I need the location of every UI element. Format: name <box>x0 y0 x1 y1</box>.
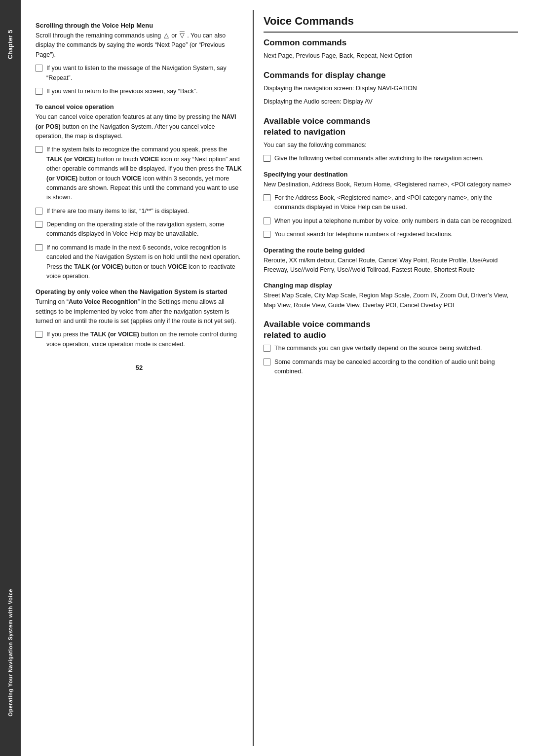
audio-bullet-text-1: The commands you can give verbally depen… <box>274 344 518 353</box>
navigation-intro: You can say the following commands: <box>264 141 518 150</box>
navigation-commands-title: Available voice commandsrelated to navig… <box>264 116 518 138</box>
operating-bullet-1: If you press the TALK (or VOICE) button … <box>36 330 243 349</box>
spec-bullet-3: You cannot search for telephone numbers … <box>264 230 518 239</box>
operating-title: Operating by only voice when the Navigat… <box>36 288 243 295</box>
common-commands-title: Common commands <box>264 37 518 48</box>
scroll-bullet-text-2: If you want to return to the previous sc… <box>46 87 243 96</box>
cancel-bullet-text-3: Depending on the operating state of the … <box>46 220 243 239</box>
down-arrow-icon: ▽ <box>180 31 185 40</box>
display-change-line2: Displaying the Audio screen: Display AV <box>264 97 518 107</box>
cancel-bullet-icon-4 <box>36 244 42 251</box>
spec-bullet-1: For the Address Book, <Registered name>,… <box>264 193 518 213</box>
navi-bold: NAVI (or POS) <box>36 113 236 130</box>
common-commands-list: Next Page, Previous Page, Back, Repeat, … <box>264 51 518 61</box>
navigation-commands-section: Available voice commandsrelated to navig… <box>264 116 518 310</box>
display-change-line1: Displaying the navigation screen: Displa… <box>264 84 518 93</box>
audio-bullets: The commands you can give verbally depen… <box>264 344 518 376</box>
audio-bullet-2: Some commands may be canceled according … <box>264 358 518 377</box>
cancel-bullet-2: If there are too many items to list, “1/… <box>36 207 243 216</box>
voice-commands-title: Voice Commands <box>264 15 518 28</box>
display-change-section: Commands for display change Displaying t… <box>264 70 518 107</box>
cancel-section: To cancel voice operation You can cancel… <box>36 103 243 281</box>
spec-bullet-text-1: For the Address Book, <Registered name>,… <box>274 193 518 213</box>
nav-bullet-icon-1 <box>264 155 270 162</box>
scroll-or: or <box>171 32 177 39</box>
operating-bullet-icon-1 <box>36 331 42 338</box>
specifying-title: Specifying your destination <box>264 171 518 178</box>
scroll-bullet-text-1: If you want to listen to the message of … <box>46 64 243 83</box>
operating-route-section: Operating the route being guided Reroute… <box>264 247 518 275</box>
specifying-commands: New Destination, Address Book, Return Ho… <box>264 180 518 189</box>
specifying-bullets: For the Address Book, <Registered name>,… <box>264 193 518 240</box>
bullet-icon-2 <box>36 88 42 95</box>
operating-section: Operating by only voice when the Navigat… <box>36 288 243 349</box>
cancel-bullet-1: If the system fails to recognize the com… <box>36 145 243 202</box>
changing-map-title: Changing map display <box>264 282 518 289</box>
spec-bullet-text-3: You cannot search for telephone numbers … <box>274 230 518 239</box>
cancel-bullet-icon-2 <box>36 208 42 215</box>
scrolling-section: Scrolling through the Voice Help Menu Sc… <box>36 22 243 96</box>
audio-bullet-icon-1 <box>264 345 270 352</box>
scroll-bullet-2: If you want to return to the previous sc… <box>36 87 243 96</box>
nav-bullet-text-1: Give the following verbal commands after… <box>274 154 518 163</box>
audio-bullet-1: The commands you can give verbally depen… <box>264 344 518 353</box>
operating-route-commands: Reroute, XX mi/km detour, Cancel Route, … <box>264 256 518 275</box>
sidebar: Chapter 5 Operating Your Navigation Syst… <box>0 0 21 756</box>
page-number-area: 52 <box>36 364 243 374</box>
cancel-bullet-icon-3 <box>36 221 42 228</box>
main-content: Scrolling through the Voice Help Menu Sc… <box>21 0 533 756</box>
cancel-bullet-4: If no command is made in the next 6 seco… <box>36 243 243 282</box>
cancel-bullet-text-4: If no command is made in the next 6 seco… <box>46 243 243 282</box>
audio-bullet-icon-2 <box>264 359 270 365</box>
cancel-bullet-text-2: If there are too many items to list, “1/… <box>46 207 243 216</box>
common-commands-section: Common commands Next Page, Previous Page… <box>264 37 518 61</box>
title-divider <box>264 32 518 33</box>
scroll-text1: Scroll through the remaining commands us… <box>36 32 161 39</box>
changing-map-section: Changing map display Street Map Scale, C… <box>264 282 518 310</box>
changing-map-commands: Street Map Scale, City Map Scale, Region… <box>264 291 518 310</box>
cancel-bullets: If the system fails to recognize the com… <box>36 145 243 281</box>
navigation-bullets: Give the following verbal commands after… <box>264 154 518 163</box>
up-arrow-icon: △ <box>164 31 169 40</box>
sidebar-operating-label: Operating Your Navigation System with Vo… <box>7 589 13 717</box>
cancel-bullet-3: Depending on the operating state of the … <box>36 220 243 239</box>
operating-route-title: Operating the route being guided <box>264 247 518 254</box>
chapter-label: Chapter 5 <box>7 30 14 59</box>
cancel-bullet-text-1: If the system fails to recognize the com… <box>46 145 243 202</box>
scroll-bullet-1: If you want to listen to the message of … <box>36 64 243 83</box>
left-column: Scrolling through the Voice Help Menu Sc… <box>21 10 253 746</box>
spec-bullet-icon-2 <box>264 217 270 224</box>
operating-bullet-text-1: If you press the TALK (or VOICE) button … <box>46 330 243 349</box>
audio-commands-section: Available voice commandsrelated to audio… <box>264 319 518 376</box>
page-container: Chapter 5 Operating Your Navigation Syst… <box>0 0 533 756</box>
bullet-icon-1 <box>36 65 42 72</box>
audio-commands-title: Available voice commandsrelated to audio <box>264 319 518 341</box>
spec-bullet-icon-1 <box>264 194 270 201</box>
scrolling-bullets: If you want to listen to the message of … <box>36 64 243 96</box>
page-number: 52 <box>36 364 243 374</box>
scrolling-para: Scroll through the remaining commands us… <box>36 31 243 60</box>
cancel-para: You can cancel voice operation features … <box>36 112 243 141</box>
right-column: Voice Commands Common commands Next Page… <box>253 10 533 746</box>
scrolling-title: Scrolling through the Voice Help Menu <box>36 22 243 29</box>
spec-bullet-2: When you input a telephone number by voi… <box>264 216 518 226</box>
cancel-bullet-icon-1 <box>36 146 42 153</box>
audio-bullet-text-2: Some commands may be canceled according … <box>274 358 518 377</box>
spec-bullet-icon-3 <box>264 231 270 238</box>
cancel-title: To cancel voice operation <box>36 103 243 110</box>
nav-bullet-1: Give the following verbal commands after… <box>264 154 518 163</box>
display-change-title: Commands for display change <box>264 70 518 81</box>
operating-bullets: If you press the TALK (or VOICE) button … <box>36 330 243 349</box>
specifying-section: Specifying your destination New Destinat… <box>264 171 518 240</box>
spec-bullet-text-2: When you input a telephone number by voi… <box>274 216 518 226</box>
operating-para: Turning on “Auto Voice Recognition” in t… <box>36 297 243 326</box>
